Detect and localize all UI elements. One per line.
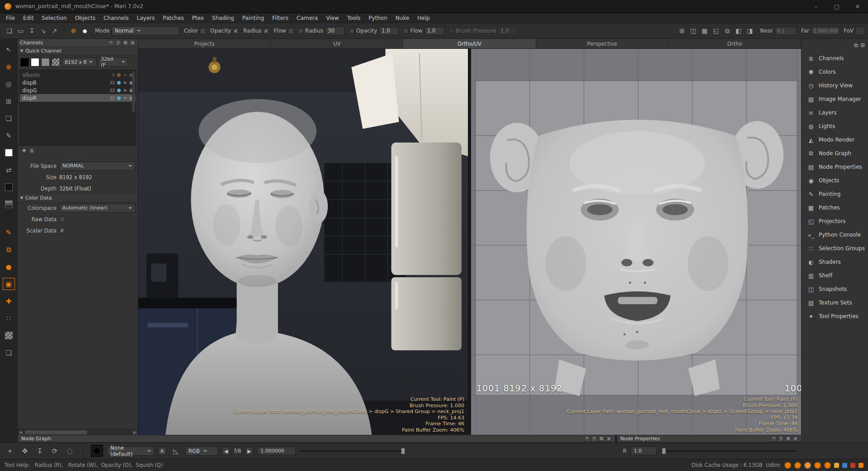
palette-item-painting[interactable]: ✎ Painting xyxy=(802,187,868,201)
menu-channels[interactable]: Channels xyxy=(99,13,133,23)
palette-item-objects[interactable]: ◉ Objects xyxy=(802,174,868,187)
open-project-icon[interactable]: ▭ xyxy=(15,25,26,37)
collapse-triangle-icon[interactable]: ▼ xyxy=(20,196,23,200)
expand-palettes-icon[interactable]: ⧉ xyxy=(854,42,858,48)
far-input[interactable]: 1,000,000 xyxy=(811,27,839,35)
black-swatch[interactable] xyxy=(20,58,29,67)
viewport-ortho-uv[interactable]: 1001 8192 x 8192 100 Current Tool: Paint… xyxy=(471,49,801,435)
reset-button[interactable]: R xyxy=(158,447,166,455)
gain-slider[interactable] xyxy=(661,450,797,452)
import-icon[interactable]: ↘ xyxy=(38,25,49,37)
node-graph-panel-header[interactable]: Node Graph ^?⧉✕ xyxy=(18,435,615,442)
palette-item-colors[interactable]: ✽ Colors xyxy=(802,65,868,79)
palette-item-selection-groups[interactable]: ∷ Selection Groups xyxy=(802,242,868,255)
color-sample-icon[interactable]: ● xyxy=(3,261,15,273)
maximize-button[interactable]: ▢ xyxy=(826,0,847,13)
palette-item-shaders[interactable]: ◐ Shaders xyxy=(802,255,868,269)
channel-row-dispG[interactable]: dispG 32 ≡ ▣ xyxy=(20,86,136,94)
close-icon[interactable]: ✕ xyxy=(606,436,612,442)
gain-reset-label[interactable]: R xyxy=(623,448,627,454)
menu-nuke[interactable]: Nuke xyxy=(392,13,414,23)
scroll-left-icon[interactable]: ◂ xyxy=(18,429,24,435)
udim-indicator[interactable] xyxy=(784,462,791,469)
slider-thumb[interactable] xyxy=(401,448,405,454)
add-channel-icon[interactable]: ⊕ xyxy=(68,25,79,37)
cache-indicator[interactable] xyxy=(834,463,839,468)
brush-mask-select[interactable]: None (default) xyxy=(107,447,154,456)
channel-menu-icon[interactable]: ≣ xyxy=(29,147,34,154)
cache-indicator[interactable] xyxy=(842,463,847,468)
tab-uv[interactable]: UV xyxy=(271,39,403,48)
udim-indicator[interactable] xyxy=(814,462,821,469)
gray-swatch[interactable] xyxy=(41,58,50,67)
add-patch-icon[interactable]: ✚ xyxy=(3,295,15,307)
tab-ortho[interactable]: Ortho xyxy=(669,39,801,48)
palette-item-texture-sets[interactable]: ▧ Texture Sets xyxy=(802,296,868,309)
float-panel-icon[interactable]: ⧉ xyxy=(123,40,128,46)
channel-row-dispR[interactable]: dispR 32 ≡ ▣ xyxy=(20,94,136,102)
patches-view-icon[interactable]: ▦ xyxy=(699,25,710,37)
pin-icon[interactable]: ^ xyxy=(584,436,590,442)
brush-tip-preview[interactable] xyxy=(91,445,103,457)
ellipse-select-icon[interactable]: ◌ xyxy=(64,446,75,457)
scalar-data-checkbox[interactable] xyxy=(59,228,65,233)
palette-item-python-console[interactable]: »_ Python Console xyxy=(802,228,868,242)
float-panel-icon[interactable]: ⧉ xyxy=(599,436,604,442)
active-patch-icon[interactable]: ▣ xyxy=(3,278,15,290)
palette-item-snapshots[interactable]: ◫ Snapshots xyxy=(802,282,868,296)
quick-channel-section[interactable]: ▼ Quick Channel xyxy=(18,47,138,55)
minimize-button[interactable]: – xyxy=(806,0,826,13)
menu-help[interactable]: Help xyxy=(413,13,434,23)
quick-depth-select[interactable]: 32bit (F xyxy=(98,57,128,67)
next-fstop-button[interactable]: ▶ xyxy=(245,447,253,455)
value-input[interactable]: 30 xyxy=(325,27,345,35)
palette-item-patches[interactable]: ▦ Patches xyxy=(802,201,868,214)
prev-fstop-button[interactable]: ◀ xyxy=(222,447,230,455)
gain-input[interactable]: 1.0 xyxy=(631,447,657,455)
palette-item-shelf[interactable]: ▥ Shelf xyxy=(802,269,868,282)
menu-camera[interactable]: Camera xyxy=(292,13,322,23)
menu-python[interactable]: Python xyxy=(364,13,392,23)
menu-layers[interactable]: Layers xyxy=(133,13,159,23)
mirror-projection-icon[interactable]: ⊞ xyxy=(676,25,688,37)
fov-input[interactable] xyxy=(855,27,864,35)
palette-item-node-graph[interactable]: ⧉ Node Graph xyxy=(802,147,868,160)
close-icon[interactable]: ✕ xyxy=(130,40,136,46)
slider-thumb[interactable] xyxy=(662,448,666,454)
checkbox[interactable] xyxy=(200,28,206,34)
help-icon[interactable]: ? xyxy=(115,40,121,46)
menu-filters[interactable]: Filters xyxy=(268,13,292,23)
transform-tool-icon[interactable]: ⊕ xyxy=(3,61,15,73)
menu-file[interactable]: File xyxy=(2,13,19,23)
menu-shading[interactable]: Shading xyxy=(208,13,238,23)
new-project-icon[interactable]: ❏ xyxy=(4,25,15,37)
checkbox[interactable] xyxy=(298,29,303,33)
colorspace-select[interactable]: Automatic (linear) xyxy=(59,204,135,213)
clone-stamp-tool-icon[interactable]: ⧉ xyxy=(3,243,15,256)
channel-list-scrollbar[interactable] xyxy=(132,71,135,112)
layout-icon[interactable]: ⊞ xyxy=(860,42,865,48)
dots-pattern-icon[interactable]: ∷ xyxy=(3,312,15,324)
raw-data-checkbox[interactable] xyxy=(59,216,65,222)
palette-item-image-manager[interactable]: ▨ Image Manager xyxy=(802,92,868,106)
palette-item-history-view[interactable]: ◷ History View xyxy=(802,79,868,92)
select-tool-icon[interactable]: ↖ xyxy=(3,43,15,56)
menu-tools[interactable]: Tools xyxy=(343,13,365,23)
quick-size-select[interactable]: 8192 x 8 xyxy=(62,57,96,67)
menu-edit[interactable]: Edit xyxy=(19,13,38,23)
viewport-splitter[interactable] xyxy=(468,49,471,435)
pencil-tool-icon[interactable]: ✎ xyxy=(3,129,15,142)
save-project-icon[interactable]: ↧ xyxy=(26,25,38,37)
tab-ortho-uv[interactable]: Ortho/UV xyxy=(403,39,536,48)
white-swatch[interactable] xyxy=(31,58,39,67)
checkbox[interactable] xyxy=(449,29,454,33)
node-properties-panel-header[interactable]: Node Properties ^?⧉✕ xyxy=(617,435,802,442)
blend-mode-select[interactable]: Normal xyxy=(112,26,179,35)
checker-swatch[interactable] xyxy=(52,58,60,67)
pull-down-icon[interactable]: ↧ xyxy=(34,446,45,457)
shadow-icon[interactable]: ◨ xyxy=(744,25,755,37)
value-input[interactable]: 1.0 xyxy=(498,27,518,35)
checkbox[interactable] xyxy=(403,29,408,33)
paint-through-icon[interactable]: ◫ xyxy=(688,25,699,37)
brush-tip-icon[interactable]: ● xyxy=(79,25,90,37)
